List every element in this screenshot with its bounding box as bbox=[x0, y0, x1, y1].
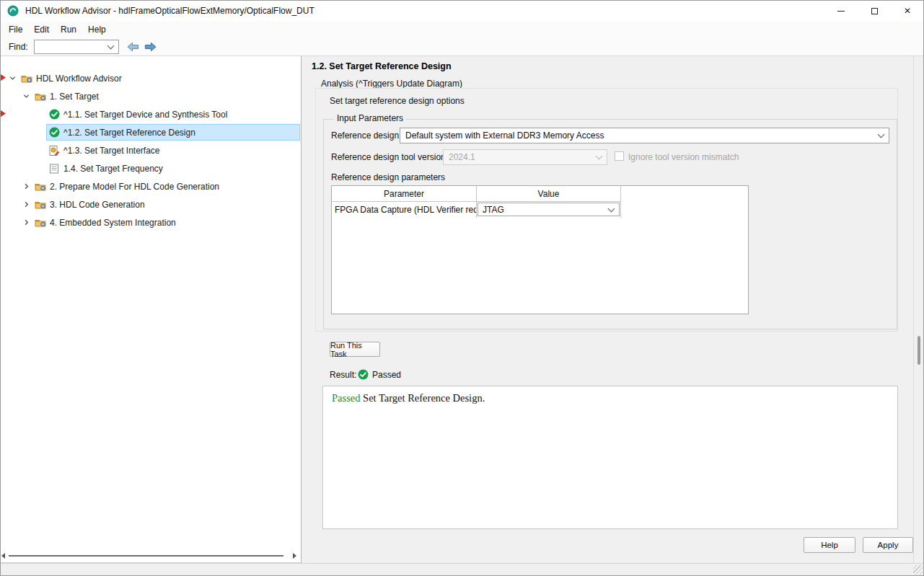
reference-design-parameters-label: Reference design parameters bbox=[331, 172, 445, 182]
reference-design-value: Default system with External DDR3 Memory… bbox=[405, 130, 604, 141]
tree-item-label: 3. HDL Code Generation bbox=[50, 200, 145, 210]
reference-design-label: Reference design: bbox=[331, 130, 401, 141]
result-message-text: Set Target Reference Design. bbox=[360, 392, 485, 404]
arrow-right-icon bbox=[144, 42, 157, 52]
value-cell: JTAG bbox=[477, 202, 621, 218]
menu-edit[interactable]: Edit bbox=[28, 22, 55, 37]
result-message-status: Passed bbox=[332, 392, 360, 404]
tree-item-set-target[interactable]: 1. Set Target bbox=[0, 87, 300, 105]
resize-grip[interactable] bbox=[913, 565, 923, 575]
find-label: Find: bbox=[9, 42, 28, 52]
tool-version-select: 2024.1 bbox=[443, 149, 607, 165]
app-icon bbox=[7, 5, 19, 17]
input-parameters-group: Input Parameters Reference design: Defau… bbox=[323, 119, 897, 329]
task-folder-icon bbox=[35, 181, 46, 192]
passed-check-icon bbox=[48, 109, 60, 120]
fpga-data-capture-value: JTAG bbox=[483, 205, 504, 215]
chevron-down-icon bbox=[107, 42, 114, 49]
tree-item-label: ^1.2. Set Target Reference Design bbox=[63, 128, 195, 138]
passed-check-icon bbox=[358, 369, 369, 380]
tree-item-label: 2. Prepare Model For HDL Code Generation bbox=[50, 182, 219, 192]
maximize-icon bbox=[871, 8, 878, 14]
analysis-group-label: Analysis (^Triggers Update Diagram) bbox=[321, 79, 462, 89]
apply-button[interactable]: Apply bbox=[863, 537, 913, 553]
reference-design-select[interactable]: Default system with External DDR3 Memory… bbox=[400, 128, 889, 143]
menu-help[interactable]: Help bbox=[82, 22, 112, 37]
tree-item-set-target-frequency[interactable]: 1.4. Set Target Frequency bbox=[0, 159, 300, 177]
tree-item-prepare-model[interactable]: 2. Prepare Model For HDL Code Generation bbox=[0, 177, 300, 195]
input-parameters-legend: Input Parameters bbox=[334, 113, 406, 123]
chevron-collapsed-icon[interactable] bbox=[19, 199, 32, 211]
task-folder-icon bbox=[35, 199, 46, 211]
column-header-parameter: Parameter bbox=[332, 186, 477, 202]
tool-version-value: 2024.1 bbox=[449, 152, 475, 162]
result-label: Result: bbox=[330, 370, 356, 380]
analysis-group: Set target reference design options Inpu… bbox=[315, 88, 898, 332]
chevron-collapsed-icon[interactable] bbox=[19, 217, 32, 229]
title-bar: HDL Workflow Advisor - hdlFrameOpticalFl… bbox=[0, 0, 924, 22]
run-this-task-button[interactable]: Run This Task bbox=[330, 342, 380, 357]
close-icon: ✕ bbox=[904, 6, 911, 15]
task-folder-icon bbox=[35, 217, 46, 229]
chevron-expanded-icon[interactable] bbox=[19, 91, 32, 102]
tree-item-label: HDL Workflow Advisor bbox=[36, 74, 122, 84]
status-strip bbox=[0, 563, 924, 576]
find-next-button[interactable] bbox=[144, 40, 158, 53]
ignore-version-mismatch-label: Ignore tool version mismatch bbox=[628, 152, 739, 162]
tree-item-set-target-interface[interactable]: ^1.3. Set Target Interface bbox=[0, 141, 300, 159]
scrollbar-thumb[interactable] bbox=[918, 336, 920, 365]
arrow-left-icon bbox=[127, 42, 139, 52]
options-label: Set target reference design options bbox=[330, 96, 465, 106]
table-row: FPGA Data Capture (HDL Verifier req... J… bbox=[332, 202, 748, 218]
ignore-version-mismatch-checkbox[interactable] bbox=[615, 151, 624, 161]
workflow-folder-icon bbox=[21, 73, 32, 84]
chevron-down-icon bbox=[878, 131, 885, 138]
reference-design-parameters-table: Parameter Value FPGA Data Capture (HDL V… bbox=[331, 185, 749, 314]
result-status: Passed bbox=[372, 370, 401, 380]
report-icon bbox=[48, 163, 60, 174]
tree-item-label: ^1.1. Set Target Device and Synthesis To… bbox=[63, 110, 227, 120]
tree-item-set-target-reference-design[interactable]: ^1.2. Set Target Reference Design bbox=[0, 123, 300, 141]
tree-item-label: 1. Set Target bbox=[50, 92, 99, 102]
task-detail-panel: 1.2. Set Target Reference Design Analysi… bbox=[302, 56, 913, 563]
column-header-value: Value bbox=[477, 186, 621, 202]
menu-run[interactable]: Run bbox=[55, 22, 82, 37]
find-input[interactable] bbox=[34, 40, 119, 54]
chevron-collapsed-icon[interactable] bbox=[19, 181, 32, 192]
task-folder-icon bbox=[35, 91, 46, 102]
chevron-expanded-icon[interactable] bbox=[6, 73, 19, 84]
chevron-down-icon bbox=[608, 205, 615, 212]
tree-item-hdl-workflow-advisor[interactable]: HDL Workflow Advisor bbox=[0, 69, 300, 87]
fpga-data-capture-select[interactable]: JTAG bbox=[478, 203, 620, 216]
result-message: Passed Set Target Reference Design. bbox=[332, 392, 485, 404]
workflow-tree-panel: HDL Workflow Advisor 1. Set Target bbox=[0, 56, 302, 563]
vertical-scrollbar[interactable] bbox=[913, 56, 924, 563]
tree-item-hdl-code-generation[interactable]: 3. HDL Code Generation bbox=[0, 195, 300, 213]
tree-item-embedded-system-integration[interactable]: 4. Embedded System Integration bbox=[0, 213, 300, 231]
window-title: HDL Workflow Advisor - hdlFrameOpticalFl… bbox=[25, 6, 314, 16]
scroll-left-icon[interactable] bbox=[1, 553, 5, 559]
menu-bar: File Edit Run Help bbox=[0, 22, 924, 37]
close-button[interactable]: ✕ bbox=[891, 0, 924, 22]
maximize-button[interactable] bbox=[858, 0, 891, 22]
parameter-cell: FPGA Data Capture (HDL Verifier req... bbox=[332, 202, 477, 218]
minimize-icon bbox=[837, 11, 845, 12]
task-edit-icon bbox=[48, 145, 60, 156]
tree-item-label: ^1.3. Set Target Interface bbox=[63, 146, 160, 156]
tree-horizontal-scrollbar[interactable] bbox=[1, 551, 296, 560]
selected-tree-item[interactable]: ^1.2. Set Target Reference Design bbox=[46, 124, 300, 141]
help-button[interactable]: Help bbox=[804, 537, 855, 553]
scrollbar-thumb[interactable] bbox=[9, 555, 283, 557]
tree-item-set-target-device[interactable]: ^1.1. Set Target Device and Synthesis To… bbox=[0, 105, 300, 123]
chevron-down-icon bbox=[596, 153, 603, 160]
tree-item-label: 4. Embedded System Integration bbox=[50, 218, 176, 228]
table-header-row: Parameter Value bbox=[332, 186, 748, 202]
find-previous-button[interactable] bbox=[126, 40, 141, 53]
result-report-area: Passed Set Target Reference Design. bbox=[322, 386, 898, 529]
minimize-button[interactable] bbox=[824, 0, 858, 22]
scroll-right-icon[interactable] bbox=[293, 553, 296, 559]
tool-version-label: Reference design tool version: bbox=[331, 152, 448, 162]
page-title: 1.2. Set Target Reference Design bbox=[312, 61, 452, 71]
menu-file[interactable]: File bbox=[3, 22, 28, 37]
toolbar: Find: bbox=[0, 37, 924, 56]
